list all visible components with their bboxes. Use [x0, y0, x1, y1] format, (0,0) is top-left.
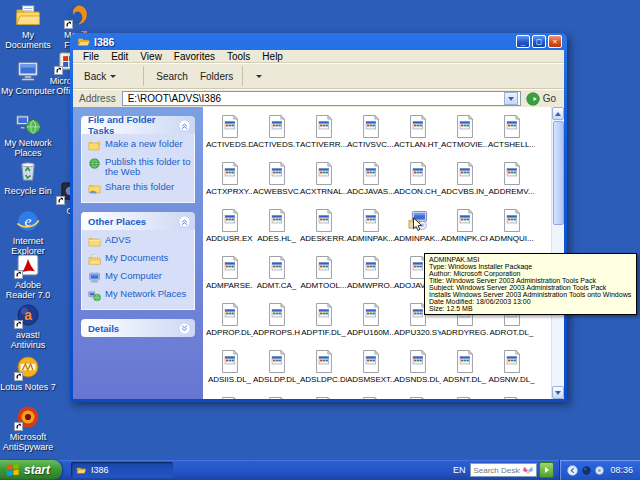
search-button[interactable]: Search [150, 71, 191, 82]
file-item[interactable] [347, 395, 394, 399]
back-dropdown-icon[interactable] [110, 75, 116, 78]
file-admtool[interactable]: ADMTOOL... [300, 254, 347, 301]
task-link-share-this-folder[interactable]: Share this folder [88, 182, 191, 195]
search-desktop-input[interactable]: Search Desktop [470, 463, 537, 477]
menu-favorites[interactable]: Favorites [168, 51, 221, 62]
file-item[interactable] [253, 395, 300, 399]
file-adsmsext[interactable]: ADSMSEXT.... [347, 348, 394, 395]
file-acxtrnal[interactable]: ACXTRNAL.... [300, 160, 347, 207]
task-link-my-documents[interactable]: My Documents [88, 253, 191, 266]
file-infotip: ADMINPAK.MSIType: Windows Installer Pack… [424, 253, 637, 315]
back-button[interactable]: Back [78, 71, 119, 82]
file-admnqui[interactable]: ADMNQUI... [488, 207, 535, 254]
taskbar-task-i386[interactable]: I386 [71, 462, 173, 478]
menu-view[interactable]: View [134, 51, 168, 62]
file-adeskerr[interactable]: ADESKERR.... [300, 207, 347, 254]
file-adcon-ch[interactable]: ADCON.CH_ [394, 160, 441, 207]
address-input[interactable]: E:\ROOT\ADVS\I386 [122, 91, 521, 106]
search-desktop-go-button[interactable] [539, 462, 554, 478]
file-adprop-dl[interactable]: ADPROP.DL_ [206, 301, 253, 348]
views-button[interactable] [249, 75, 265, 78]
scroll-up-button[interactable] [552, 107, 564, 120]
file-admparse[interactable]: ADMPARSE.... [206, 254, 253, 301]
address-dropdown[interactable] [504, 92, 518, 105]
file-name: ADESKERR.... [300, 234, 347, 243]
menu-edit[interactable]: Edit [105, 51, 134, 62]
file-adsiis-dl[interactable]: ADSIIS.DL_ [206, 348, 253, 395]
file-item[interactable] [394, 395, 441, 399]
task-link-my-computer[interactable]: My Computer [88, 271, 191, 284]
file-item[interactable] [206, 395, 253, 399]
titlebar[interactable]: I386 _ □ ✕ [73, 33, 564, 50]
menu-help[interactable]: Help [256, 51, 289, 62]
lotus-notes-7-icon [15, 354, 41, 380]
tray-utility-icon[interactable] [595, 466, 604, 475]
desktop-icon-my-documents[interactable]: My Documents [0, 2, 56, 50]
panel-header-details[interactable]: Details [81, 319, 195, 337]
file-item[interactable] [488, 395, 535, 399]
minimize-button[interactable]: _ [516, 35, 530, 48]
file-document-icon [501, 396, 523, 399]
scroll-thumb[interactable] [553, 121, 564, 225]
file-addremv[interactable]: ADDREMV... [488, 160, 535, 207]
file-admt-ca[interactable]: ADMT.CA_ [253, 254, 300, 301]
file-adcjavas[interactable]: ADCJAVAS... [347, 160, 394, 207]
file-actxprxy[interactable]: ACTXPRXY.... [206, 160, 253, 207]
desktop-icon-my-network-places[interactable]: My Network Places [0, 110, 56, 158]
file-activeds-dl[interactable]: ACTIVEDS.DL_ [206, 113, 253, 160]
task-link-my-network-places[interactable]: My Network Places [88, 289, 191, 302]
file-adptif-dl[interactable]: ADPTIF.DL_ [300, 301, 347, 348]
chevron-up-icon [178, 215, 191, 228]
file-activsvc[interactable]: ACTIVSVC.... [347, 113, 394, 160]
task-link-advs[interactable]: ADVS [88, 235, 191, 248]
file-document-icon [313, 161, 335, 186]
close-button[interactable]: ✕ [548, 35, 562, 48]
file-item[interactable] [441, 395, 488, 399]
file-adsnw-dl[interactable]: ADSNW.DL_ [488, 348, 535, 395]
file-adcvbs-in[interactable]: ADCVBS.IN_ [441, 160, 488, 207]
desktop-icon-microsoft-antispyware[interactable]: Microsoft AntiSpyware [0, 404, 56, 452]
file-adminpk-ch[interactable]: ADMINPK.CH_ [441, 207, 488, 254]
file-addusr-ex[interactable]: ADDUSR.EX_ [206, 207, 253, 254]
go-button[interactable]: Go [521, 92, 561, 106]
file-actmovie[interactable]: ACTMOVIE.... [441, 113, 488, 160]
task-link-label: Publish this folder to the Web [105, 157, 191, 177]
file-ades-hl[interactable]: ADES.HL_ [253, 207, 300, 254]
views-dropdown-icon[interactable] [256, 75, 262, 78]
maximize-button[interactable]: □ [532, 35, 546, 48]
file-document-icon [313, 114, 335, 139]
menu-tools[interactable]: Tools [221, 51, 256, 62]
task-link-publish-this-folder-to-the-web[interactable]: Publish this folder to the Web [88, 157, 191, 177]
file-adsldpc-dl[interactable]: ADSLDPC.DL_ [300, 348, 347, 395]
task-link-make-a-new-folder[interactable]: Make a new folder [88, 139, 191, 152]
desktop-icon-adobe-reader-7-0[interactable]: Adobe Reader 7.0 [0, 252, 56, 300]
file-adminpak[interactable]: ADMINPAK.... [347, 207, 394, 254]
file-adsnt-dl[interactable]: ADSNT.DL_ [441, 348, 488, 395]
start-button[interactable]: start [0, 460, 62, 480]
folders-button[interactable]: Folders [194, 71, 236, 82]
panel-header-other-places[interactable]: Other Places [81, 212, 195, 230]
language-indicator[interactable]: EN [448, 465, 471, 475]
toolbar-separator [242, 66, 243, 86]
file-admwpro[interactable]: ADMWPRO... [347, 254, 394, 301]
panel-header-file-and-folder-tasks[interactable]: File and Folder Tasks [81, 116, 195, 134]
file-adpu160m[interactable]: ADPU160M.... [347, 301, 394, 348]
menu-file[interactable]: File [77, 51, 105, 62]
file-activerr[interactable]: ACTIVERR.... [300, 113, 347, 160]
desktop-icon-lotus-notes-7[interactable]: Lotus Notes 7 [0, 354, 56, 392]
file-activeds-tl[interactable]: ACTIVEDS.TL_ [253, 113, 300, 160]
file-name: ADPROPS.HL_ [253, 328, 300, 337]
file-adsldp-dl[interactable]: ADSLDP.DL_ [253, 348, 300, 395]
file-acwebsvc[interactable]: ACWEBSVC.... [253, 160, 300, 207]
file-actlan-ht[interactable]: ACTLAN.HT_ [394, 113, 441, 160]
desktop-icon-avast-antivirus[interactable]: aavast! Antivirus [0, 302, 56, 350]
file-item[interactable] [300, 395, 347, 399]
taskbar-clock[interactable]: 08:36 [610, 465, 633, 475]
file-adsnds-dl[interactable]: ADSNDS.DL_ [394, 348, 441, 395]
file-name: ADMINPK.CH_ [441, 234, 488, 243]
scroll-down-button[interactable] [552, 386, 564, 399]
tray-antivirus-icon[interactable] [582, 466, 591, 475]
file-adprops-hl[interactable]: ADPROPS.HL_ [253, 301, 300, 348]
hide-icons-chevron-icon[interactable] [567, 465, 578, 476]
file-actshell[interactable]: ACTSHELL.... [488, 113, 535, 160]
